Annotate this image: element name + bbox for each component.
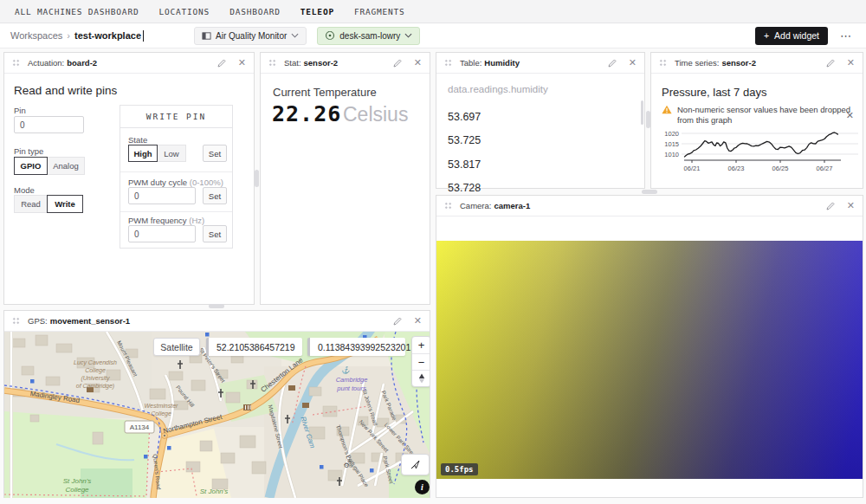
widget-name: board-2	[67, 58, 97, 68]
close-icon[interactable]: ✕	[414, 316, 422, 326]
top-nav: ALL MACHINES DASHBOARD LOCATIONS DASHBOA…	[0, 0, 866, 23]
text-cursor	[143, 30, 144, 42]
pwm-duty-label: PWM duty cycle (0-100%)	[128, 178, 223, 187]
pin-input[interactable]	[14, 116, 84, 133]
warning-banner: Non-numeric sensor values have been drop…	[662, 105, 854, 126]
svg-text:1010: 1010	[664, 151, 679, 158]
locate-button[interactable]	[401, 454, 430, 475]
svg-text:1015: 1015	[664, 140, 679, 148]
widget-type-label: Time series:	[675, 58, 719, 68]
divider	[120, 211, 232, 212]
drag-handle-icon[interactable]	[444, 201, 452, 210]
mode-read-button[interactable]: Read	[14, 195, 48, 213]
zoom-in-button[interactable]: +	[412, 337, 430, 353]
pwm-duty-set-button[interactable]: Set	[203, 187, 227, 204]
close-icon[interactable]: ✕	[847, 58, 855, 68]
close-icon[interactable]: ✕	[238, 58, 246, 68]
table-row: 53.817	[448, 152, 481, 177]
navigation-arrow-icon	[410, 459, 421, 470]
widget-timeseries: Time series: sensor-2 ✕ Pressure, last 7…	[650, 52, 863, 189]
stat-caption: Current Temperature	[273, 86, 377, 99]
edit-pencil-icon[interactable]	[392, 58, 403, 68]
map-label: College	[65, 486, 89, 494]
svg-text:06/25: 06/25	[772, 165, 789, 172]
pin-type-label: Pin type	[14, 146, 43, 156]
edit-pencil-icon[interactable]	[392, 316, 403, 326]
close-icon[interactable]: ✕	[629, 58, 637, 68]
drag-handle-icon[interactable]	[444, 58, 452, 68]
table-row: 53.725	[448, 129, 481, 153]
workspace-select-label: Air Quality Monitor	[216, 31, 287, 41]
widget-type-label: Stat:	[284, 58, 301, 68]
breadcrumb-root[interactable]: Workspaces	[10, 30, 62, 41]
widget-name: movement_sensor-1	[50, 316, 130, 326]
chevron-down-icon	[291, 33, 299, 38]
camera-stream-image: 0.5fps	[436, 241, 863, 479]
state-label: State	[128, 135, 147, 145]
map-label: Cambridge	[336, 376, 368, 384]
longitude-input[interactable]: 0.11384393992523201	[307, 338, 405, 356]
workspace-select[interactable]: Air Quality Monitor	[194, 27, 307, 45]
widget-name: sensor-2	[304, 58, 339, 68]
breadcrumb-current[interactable]: test-workplace	[74, 30, 141, 41]
stat-unit: Celsius	[343, 103, 408, 126]
latitude-input[interactable]: 52.2105386457219	[206, 338, 302, 356]
nav-teleop[interactable]: TELEOP	[301, 7, 334, 16]
drag-handle-icon[interactable]	[268, 58, 276, 68]
nav-locations[interactable]: LOCATIONS	[158, 7, 210, 16]
row-resize-handle[interactable]	[209, 304, 224, 308]
compass-pitch-button[interactable]	[412, 370, 430, 386]
edit-pencil-icon[interactable]	[216, 58, 227, 68]
state-set-button[interactable]: Set	[203, 145, 227, 162]
table-row: 53.697	[448, 105, 481, 129]
widget-name: camera-1	[494, 201, 530, 210]
more-menu-button[interactable]: ⋯	[840, 29, 852, 42]
chevron-down-icon	[404, 33, 412, 38]
close-icon[interactable]: ✕	[414, 58, 422, 68]
map-zoom-control: + −	[411, 336, 430, 387]
mode-segmented: Read Write	[14, 195, 83, 213]
column-resize-handle[interactable]	[255, 170, 259, 187]
machine-select[interactable]: desk-sam-lowry	[317, 27, 420, 45]
map-label: St John's	[200, 488, 229, 495]
nav-all-machines-dashboard[interactable]: ALL MACHINES DASHBOARD	[15, 7, 139, 16]
pin-type-analog-button[interactable]: Analog	[47, 157, 85, 175]
scrollbar-thumb[interactable]	[641, 100, 643, 125]
map-label: ⚙	[343, 462, 349, 469]
widget-camera: Camera: camera-1 ✕ 0.5fps	[436, 195, 863, 498]
pin-type-gpio-button[interactable]: GPIO	[14, 157, 48, 175]
pwm-freq-set-button[interactable]: Set	[203, 225, 227, 242]
machine-select-label: desk-sam-lowry	[339, 31, 400, 41]
map-label: punt tours	[336, 384, 366, 392]
drag-handle-icon[interactable]	[12, 316, 20, 326]
add-widget-button[interactable]: + Add widget	[755, 27, 828, 45]
zoom-out-button[interactable]: −	[412, 353, 430, 370]
map-canvas[interactable]: A1134 Madingley RoadMount PleasantNortha…	[4, 332, 430, 498]
edit-pencil-icon[interactable]	[607, 58, 617, 68]
pwm-freq-input[interactable]	[128, 225, 196, 242]
mode-write-button[interactable]: Write	[47, 195, 83, 213]
state-high-button[interactable]: High	[128, 145, 158, 162]
satellite-toggle-button[interactable]: Satellite	[153, 338, 200, 356]
row-resize-handle[interactable]	[642, 190, 657, 194]
state-low-button[interactable]: Low	[157, 145, 186, 162]
column-resize-handle[interactable]	[646, 111, 650, 128]
plus-icon: +	[764, 30, 769, 41]
nav-fragments[interactable]: FRAGMENTS	[354, 7, 405, 16]
pressure-line-chart: 10101015102006/2106/2306/2506/27	[656, 127, 862, 183]
widget-name: Humidity	[484, 58, 520, 68]
edit-pencil-icon[interactable]	[825, 201, 836, 211]
breadcrumb-separator: ›	[67, 30, 70, 41]
widget-table: Table: Humidity ✕ data.readings.humidity…	[436, 52, 645, 189]
fps-badge: 0.5fps	[441, 463, 478, 475]
map-label: College	[151, 410, 171, 417]
edit-pencil-icon[interactable]	[825, 58, 836, 68]
warning-dismiss-icon[interactable]: ✕	[846, 110, 854, 121]
pwm-duty-input[interactable]	[128, 187, 196, 204]
drag-handle-icon[interactable]	[12, 58, 20, 68]
close-icon[interactable]: ✕	[847, 201, 855, 210]
nav-dashboard[interactable]: DASHBOARD	[229, 7, 281, 16]
map-label: St John's	[63, 477, 92, 485]
attribution-info-icon[interactable]: i	[415, 480, 430, 494]
drag-handle-icon[interactable]	[659, 58, 667, 68]
